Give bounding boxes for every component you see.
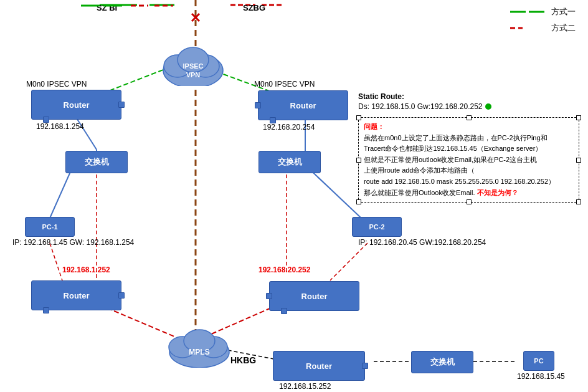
annotation-text6: 那么就能正常使用Outlook收发Email. 不知是为何？ [364,188,574,199]
router1: Router [31,90,121,120]
way2-label: 方式二 [551,22,576,34]
ipsec-vpn-cloud: IPSEC VPN [159,36,227,86]
svg-line-21 [192,14,199,21]
svg-text:MPLS: MPLS [189,348,209,356]
router5: Router [273,351,365,381]
annotation-text4: 上使用route add命令添加本地路由（ [364,165,574,176]
svg-text:VPN: VPN [186,71,201,79]
svg-line-16 [50,243,62,280]
hkbg-label: HKBG [230,355,256,365]
pc1-ip: IP: 192.168.1.45 GW: 192.168.1.254 [12,238,134,247]
pc1: PC-1 [25,217,75,237]
router3: Router [31,280,121,310]
mpls-cloud: MPLS [165,321,234,370]
annotation-text2: Tracert命令也都能到达192.168.15.45（Exchange ser… [364,143,574,155]
legend: 方式一 方式二 [510,6,576,34]
network-diagram: SZ BI SZBG 方式一 方式二 IPSEC VPN MPLS [0,0,588,392]
switch1: 交换机 [65,151,128,173]
pc2: PC-2 [352,217,402,237]
annotation-text1: 虽然在m0n0上设定了上面这条静态路由，在PC-2执行Ping和 [364,133,574,144]
pc3-ip: 192.168.15.45 [517,372,565,381]
szbg-label: SZBG [243,3,265,12]
annotation-text3: 但就是不正常使用outlook收发Email,如果在PC-2这台主机 [364,155,574,166]
router4-ip-red: 192.168.20.252 [258,265,310,274]
m0n0-left-label: M0n0 IPSEC VPN [26,80,87,88]
way1-label: 方式一 [551,6,576,17]
svg-line-6 [75,115,97,150]
router3-ip-red: 192.168.1.252 [62,265,110,274]
svg-text:IPSEC: IPSEC [183,62,203,70]
router2-ip: 192.168.20.254 [263,123,315,131]
svg-point-37 [485,103,491,110]
router1-ip: 192.168.1.254 [36,122,84,131]
router2: Router [258,90,348,120]
annotation-question: 问题： [364,122,574,133]
svg-line-15 [330,243,368,280]
static-route-box: Static Route: Ds: 192.168.15.0 Gw:192.16… [358,92,492,111]
annotation-box: 问题： 虽然在m0n0上设定了上面这条静态路由，在PC-2执行Ping和 Tra… [358,117,579,203]
m0n0-right-label: M0n0 IPSEC VPN [254,80,315,88]
router5-ip: 192.168.15.252 [279,382,331,391]
router4: Router [269,281,359,311]
svg-line-22 [192,14,199,21]
switch3: 交换机 [411,351,473,373]
switch2: 交换机 [258,151,321,173]
pc2-ip: IP: 192.168.20.45 GW:192.168.20.254 [358,238,486,247]
annotation-text5: route add 192.168.15.0 mask 255.255.255.… [364,176,574,188]
pc3: PC [523,351,554,371]
